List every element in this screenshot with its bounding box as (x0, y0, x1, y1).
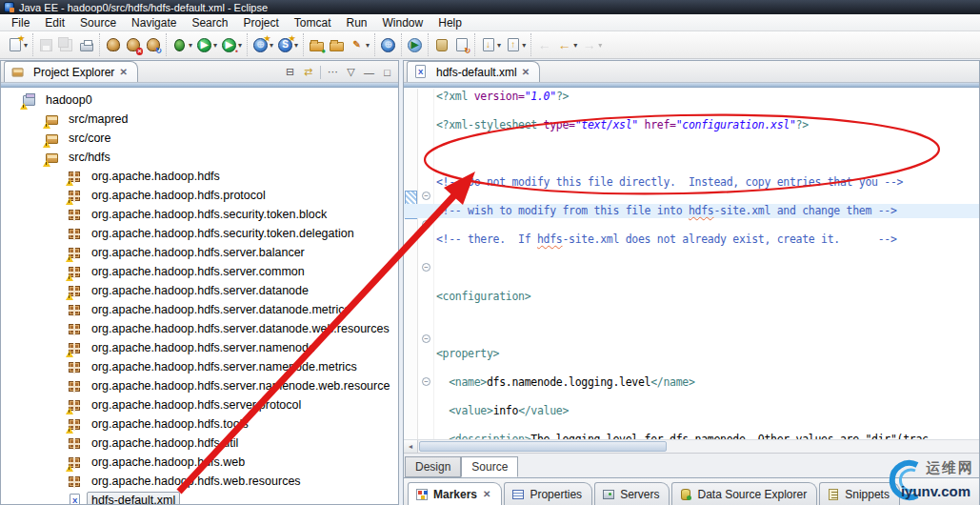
tab-source[interactable]: Source (461, 456, 518, 477)
tree-item[interactable]: org.apache.hadoop.hdfs.server.protocol (1, 395, 398, 414)
tree-item[interactable]: org.apache.hadoop.hdfs.util (1, 434, 398, 453)
tree-item[interactable]: org.apache.hadoop.hdfs.server.common (1, 262, 398, 281)
package-icon (68, 417, 83, 432)
annotation-ruler[interactable] (404, 89, 418, 439)
tree-item-selected[interactable]: hdfs-default.xml (1, 491, 398, 504)
forward-button[interactable]: →▾ (579, 35, 604, 55)
spool-button[interactable] (431, 35, 451, 55)
print-button[interactable] (76, 35, 96, 55)
ws-explorer-button[interactable]: ▶ (405, 35, 425, 55)
highlighter-pen-button[interactable]: ✎▾ (347, 35, 371, 55)
tree-item[interactable]: org.apache.hadoop.hdfs.security.token.de… (1, 224, 398, 243)
new-server-wizard-button[interactable]: S★▾ (275, 35, 300, 55)
tree-item-label: org.apache.hadoop.hdfs.server.balancer (87, 244, 310, 261)
menu-run[interactable]: Run (339, 15, 375, 30)
tree-item-label: org.apache.hadoop.hdfs.protocol (87, 187, 270, 204)
close-icon[interactable]: ✕ (521, 67, 530, 77)
toolbar-group: ⊕ (374, 33, 401, 56)
collapse-all-button[interactable]: ⊟ (282, 64, 298, 80)
tree-item[interactable]: org.apache.hadoop.hdfs.web.resources (1, 472, 398, 491)
link-with-editor-button[interactable]: ⇄ (300, 64, 316, 80)
menu-project[interactable]: Project (235, 15, 286, 30)
scroll-left-button[interactable]: ◂ (404, 440, 418, 453)
code-line (436, 261, 979, 275)
web-browser-button[interactable]: ⊕ (378, 35, 398, 55)
project-tree[interactable]: hadoop0src/mapredsrc/coresrc/hdfsorg.apa… (1, 89, 398, 504)
tab-hdfs-default-xml[interactable]: hdfs-default.xml ✕ (407, 61, 540, 82)
tree-item[interactable]: org.apache.hadoop.hdfs.server.namenode.m… (1, 357, 398, 376)
tomcat-restart-icon: ↻ (145, 37, 161, 53)
tab-servers[interactable]: Servers (594, 482, 670, 505)
scrollbar-thumb[interactable] (419, 441, 667, 452)
tree-item[interactable]: org.apache.hadoop.hdfs.tools (1, 414, 398, 434)
xml-source-editor[interactable]: −−−−− <?xml version="1.0"?><?xml-stylesh… (404, 89, 979, 439)
new-web-wizard-button[interactable]: ⊕★▾ (250, 35, 275, 55)
new-wizard-button[interactable]: ★▾ (5, 35, 30, 55)
warning-overlay-icon (66, 179, 73, 186)
horizontal-scrollbar[interactable]: ◂ (404, 439, 979, 453)
back-button[interactable]: ←▾ (554, 35, 579, 55)
save-all-button[interactable] (56, 35, 76, 55)
tree-item[interactable]: src/core (1, 129, 398, 148)
tree-item[interactable]: src/mapred (1, 110, 398, 129)
view-menu-button[interactable]: ⋯ (325, 64, 341, 80)
tree-item[interactable]: org.apache.hadoop.hdfs.web (1, 453, 398, 472)
tree-item[interactable]: org.apache.hadoop.hdfs.server.namenode.w… (1, 376, 398, 395)
tab-data-source-explorer[interactable]: Data Source Explorer (671, 482, 817, 505)
tab-markers[interactable]: Markers✕ (408, 482, 502, 505)
menu-search[interactable]: Search (184, 15, 235, 30)
fold-collapse-icon[interactable]: − (422, 263, 430, 272)
run-button[interactable]: ▶▾ (194, 35, 219, 55)
tree-item[interactable]: org.apache.hadoop.hdfs.security.token.bl… (1, 205, 398, 224)
menu-navigate[interactable]: Navigate (124, 15, 184, 30)
tab-project-explorer[interactable]: Project Explorer ✕ (4, 61, 138, 82)
tree-item[interactable]: org.apache.hadoop.hdfs.protocol (1, 186, 398, 205)
menu-chevron-button[interactable]: ▽ (343, 64, 359, 80)
last-edit-location-button[interactable]: ← (534, 35, 554, 55)
tree-item[interactable]: hadoop0 (1, 91, 398, 110)
forward-icon: → (581, 37, 597, 53)
save-button[interactable] (36, 35, 56, 55)
tree-item[interactable]: org.apache.hadoop.hdfs (1, 167, 398, 186)
run-config-button[interactable]: ▶▪▾ (219, 35, 244, 55)
warning-overlay-icon (66, 427, 73, 434)
tomcat-stop-button[interactable]: × (123, 35, 143, 55)
tree-item[interactable]: org.apache.hadoop.hdfs.server.balancer (1, 243, 398, 262)
debug-button[interactable]: ▾ (170, 35, 194, 55)
code-text[interactable]: <?xml version="1.0"?><?xml-stylesheet ty… (436, 89, 979, 439)
servers-icon (602, 488, 615, 501)
menu-edit[interactable]: Edit (37, 15, 72, 30)
tree-item[interactable]: org.apache.hadoop.hdfs.server.datanode.m… (1, 300, 398, 319)
ws-explorer-icon: ▶ (407, 37, 423, 53)
import-war-button[interactable]: ● (307, 35, 327, 55)
fold-collapse-icon[interactable]: − (422, 192, 430, 200)
folding-ruler[interactable]: −−−−− (419, 89, 434, 439)
tab-design[interactable]: Design (405, 456, 461, 477)
tomcat-start-button[interactable] (103, 35, 123, 55)
badge-icon: × (136, 48, 143, 55)
close-icon[interactable]: ✕ (482, 489, 491, 499)
menu-tomcat[interactable]: Tomcat (287, 15, 339, 30)
maximize-view-button[interactable]: □ (379, 64, 395, 80)
menu-help[interactable]: Help (430, 15, 470, 30)
next-annotation-button[interactable]: ↓▾ (478, 35, 503, 55)
minimize-view-button[interactable]: — (361, 64, 377, 80)
tomcat-restart-button[interactable]: ↻ (143, 35, 163, 55)
tree-item[interactable]: org.apache.hadoop.hdfs.server.namenode (1, 338, 398, 357)
fold-collapse-icon[interactable]: − (422, 377, 430, 386)
fold-collapse-icon[interactable]: − (422, 334, 430, 343)
menu-window[interactable]: Window (375, 15, 431, 30)
tab-properties[interactable]: Properties (504, 482, 592, 505)
refresh-config-button[interactable]: ↻ (451, 35, 471, 55)
prev-annotation-button[interactable]: ↑▾ (503, 35, 528, 55)
open-artifact-button[interactable] (327, 35, 347, 55)
package-icon (68, 170, 83, 184)
tree-item[interactable]: src/hdfs (1, 148, 398, 167)
close-icon[interactable]: ✕ (118, 67, 128, 77)
tree-item[interactable]: org.apache.hadoop.hdfs.server.datanode.w… (1, 319, 398, 338)
menu-source[interactable]: Source (72, 15, 124, 30)
tree-item-label: org.apache.hadoop.hdfs.server.datanode.w… (87, 320, 394, 337)
menu-file[interactable]: File (4, 15, 37, 30)
tree-item[interactable]: org.apache.hadoop.hdfs.server.datanode (1, 281, 398, 300)
fold-collapse-icon[interactable]: − (422, 220, 430, 229)
